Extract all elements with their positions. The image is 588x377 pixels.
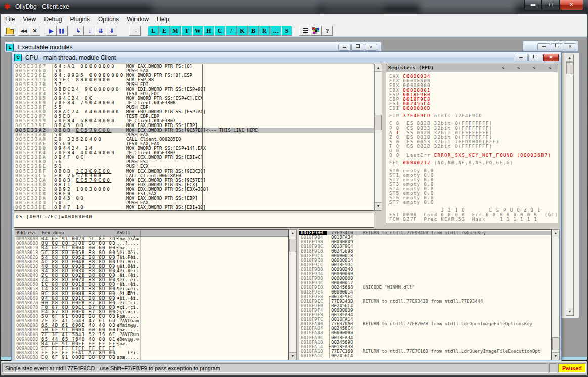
pane-button-s[interactable]: S	[281, 26, 292, 36]
registers-pane[interactable]: Registers (FPU) < < < < EAX C0000034ECX …	[386, 64, 558, 223]
scroll-down-icon[interactable]: ▼	[566, 308, 573, 315]
disasm-row[interactable]: 005E336D50PUSH EAX	[14, 69, 374, 73]
scroll-down-icon[interactable]: ▼	[375, 202, 382, 210]
disasm-row[interactable]: 005E336E64:8925 00000000MOV DWORD PTR FS…	[14, 73, 374, 78]
stack-row[interactable]: 0018FA1C│002456C4	[299, 354, 551, 358]
scrollbar-thumb[interactable]	[375, 115, 382, 130]
pane-button-h[interactable]: H	[203, 26, 214, 36]
scroll-down-icon[interactable]: ▼	[552, 352, 559, 360]
scroll-up-icon[interactable]: ▲	[566, 54, 573, 62]
disasm-row[interactable]: 005E33A28B0D EC579C00MOV ECX,DWORD PTR D…	[14, 128, 374, 133]
register-line: O 0 LastErr ERROR_SXS_KEY_NOT_FOUND (000…	[389, 153, 558, 158]
open-file-button[interactable]	[4, 26, 15, 36]
scrollbar-thumb[interactable]	[552, 337, 559, 350]
pane-button-b[interactable]: B	[248, 26, 259, 36]
disasm-row[interactable]: 005E337581EC 88000000SUB ESP,88	[14, 78, 374, 82]
menu-plugins[interactable]: Plugins	[66, 14, 94, 24]
child-minimize-button[interactable]	[338, 44, 351, 51]
disasm-row[interactable]: 005E3385894C24 0CMOV DWORD PTR SS:[ESP+C…	[14, 96, 374, 101]
registers-prev-icon[interactable]: <	[526, 64, 542, 72]
pane-button-w[interactable]: W	[192, 26, 203, 36]
glass-reflection	[324, 4, 384, 12]
disasm-row[interactable]: 005E33A9E8 32520400CALL Client.006285E0	[14, 137, 374, 142]
stack-scrollbar[interactable]: ▲ ▼	[552, 229, 560, 360]
menu-help[interactable]: Help	[153, 14, 173, 24]
pane-button-/[interactable]: /	[225, 26, 237, 36]
window-title: OllyDbg - Client.exe	[15, 3, 69, 10]
scroll-down-icon[interactable]: ▼	[289, 352, 296, 360]
disasm-row[interactable]: 005E33908BAC24 A4000000MOV EBP,DWORD PTR…	[14, 110, 374, 114]
pane-button-m[interactable]: M	[170, 26, 181, 36]
step-over-button[interactable]: ↓	[84, 26, 95, 36]
close-program-button[interactable]: ✕	[29, 26, 40, 36]
hex-dump-pane[interactable]: Address Hex dump ASCII 009A8000B4 6F 91 …	[15, 229, 289, 360]
help-button[interactable]: ?	[322, 26, 333, 36]
close-button[interactable]: ✕	[560, 0, 583, 10]
pane-button-k[interactable]: K	[237, 26, 248, 36]
minimize-button[interactable]: ▬	[524, 0, 542, 10]
animate-into-button[interactable]: ⇊	[95, 26, 106, 36]
menu-debug[interactable]: Debug	[40, 14, 66, 24]
execute-till-return-button[interactable]: →	[129, 26, 141, 36]
child-minimize-button[interactable]	[537, 43, 550, 50]
background-window-scrollbar[interactable]: ▲ ▼	[566, 54, 574, 316]
registers-prev-icon[interactable]: <	[542, 64, 558, 72]
scrollbar-thumb[interactable]	[289, 239, 296, 252]
pane-button-e[interactable]: E	[159, 26, 170, 36]
disasm-row[interactable]: 005E33DE8B47 10MOV EAX,DWORD PTR DS:[EDI…	[14, 205, 374, 210]
executable-modules-window[interactable]: E Executable modules ✕	[4, 41, 382, 52]
child-restore-button[interactable]	[551, 43, 563, 50]
appearance-button[interactable]	[310, 26, 322, 36]
windows-list-button[interactable]	[299, 26, 310, 36]
glass-reflection	[420, 2, 516, 13]
dump-scrollbar[interactable]: ▲ ▼	[289, 229, 297, 360]
pane-button-t[interactable]: T	[181, 26, 192, 36]
disasm-row[interactable]: 005E33A850PUSH EAX	[14, 133, 374, 137]
disasm-row[interactable]: 005E33DA8B45 00MOV EAX,DWORD PTR SS:[EBP…	[14, 196, 374, 201]
cpu-titlebar[interactable]: C CPU - main thread, module Client ✕	[12, 52, 561, 63]
child-restore-button[interactable]	[351, 44, 364, 51]
child-close-button[interactable]: ✕	[564, 43, 576, 50]
scroll-up-icon[interactable]: ▲	[375, 64, 382, 72]
disasm-row[interactable]: 005E336764:A1 00000000MOV EAX,DWORD PTR …	[14, 64, 374, 69]
pane-button-r[interactable]: R	[259, 26, 270, 36]
pane-button-c[interactable]: C	[214, 26, 225, 36]
menu-file[interactable]: File	[1, 14, 19, 24]
menu-view[interactable]: View	[19, 14, 40, 24]
registers-header: Registers (FPU) < < < <	[386, 64, 558, 72]
disasm-row[interactable]: 005E33BF8B0D 3C3C9E00MOV ECX,DWORD PTR D…	[14, 169, 374, 174]
animate-over-button[interactable]: ⇓	[106, 26, 117, 36]
pause-button[interactable]: ▌▌	[57, 26, 68, 36]
disasm-row[interactable]: 005E337C8BBC24 9C000000MOV EDI,DWORD PTR…	[14, 87, 374, 92]
disasm-row[interactable]: 005E3389∨0F84 79040000JE Client.005E3808	[14, 101, 374, 105]
disassembly-pane[interactable]: 005E336764:A1 00000000MOV EAX,DWORD PTR …	[14, 64, 374, 211]
disasm-row[interactable]: 005E33D28B92 10030000MOV EDX,DWORD PTR D…	[14, 187, 374, 192]
child-close-button[interactable]: ✕	[365, 44, 377, 51]
restart-button[interactable]: ◀◀	[18, 26, 29, 36]
menu-window[interactable]: Window	[123, 14, 153, 24]
cpu-window: C CPU - main thread, module Client ✕ 005…	[11, 51, 562, 362]
disasm-row[interactable]: 005E339785EDTEST EBP,EBP	[14, 114, 374, 119]
pane-button-…[interactable]: …	[270, 26, 281, 36]
registers-prev-icon[interactable]: <	[495, 64, 511, 72]
executable-modules-icon: E	[6, 44, 14, 51]
dump-header-address: Address	[15, 230, 40, 236]
dump-row[interactable]: 009A80D0E0 6F 91 0000 00 00 00αoæ.....	[15, 355, 288, 360]
run-button[interactable]: ▶	[46, 26, 57, 36]
cpu-close-button[interactable]: ✕	[543, 54, 559, 61]
cpu-restore-button[interactable]	[528, 54, 542, 61]
disasm-row[interactable]: 005E33BA8B4F 0CMOV ECX,DWORD PTR DS:[EDI…	[14, 155, 374, 160]
menu-options[interactable]: Options	[94, 14, 123, 24]
pane-button-l[interactable]: L	[148, 26, 159, 36]
scrollbar-thumb[interactable]	[566, 62, 573, 74]
cpu-minimize-button[interactable]	[514, 54, 528, 61]
stack-pane[interactable]: 0018F9B077E934C0RETURN to ntdll.77E934C0…	[299, 229, 552, 360]
scroll-up-icon[interactable]: ▲	[552, 230, 559, 237]
registers-prev-icon[interactable]: <	[511, 64, 526, 72]
step-into-button[interactable]: ↳	[73, 26, 84, 36]
scroll-up-icon[interactable]: ▲	[289, 230, 296, 237]
disassembly-scrollbar[interactable]: ▲ ▼	[374, 64, 382, 211]
disasm-row[interactable]: 005E33BD56PUSH ESI	[14, 160, 374, 164]
disasm-row[interactable]: 005E33B0894424 14MOV DWORD PTR SS:[ESP+1…	[14, 146, 374, 151]
maximize-button[interactable]: ▢	[542, 0, 560, 10]
